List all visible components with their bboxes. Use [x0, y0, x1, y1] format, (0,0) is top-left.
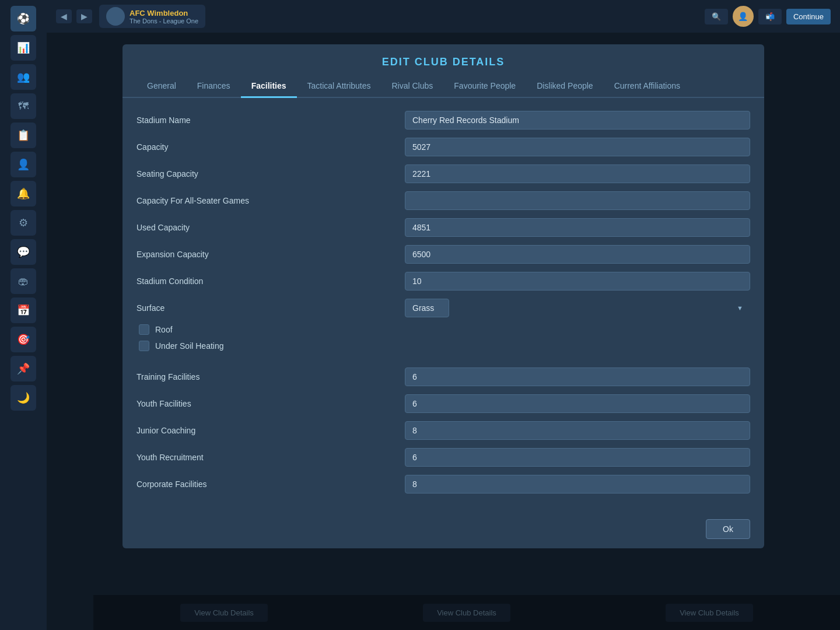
surface-select-wrapper: Grass Artificial Hybrid [405, 299, 750, 317]
sidebar-icon-stadium[interactable]: 🏟 [10, 268, 36, 294]
stadium-condition-row: Stadium Condition [136, 271, 750, 292]
sidebar-icon-calendar[interactable]: 📅 [10, 298, 36, 323]
seating-capacity-row: Seating Capacity [136, 163, 750, 184]
capacity-input[interactable] [405, 138, 750, 156]
stadium-name-input[interactable] [405, 111, 750, 130]
expansion-capacity-row: Expansion Capacity [136, 244, 750, 265]
stadium-condition-label: Stadium Condition [136, 276, 405, 286]
forward-button[interactable]: ▶ [76, 9, 92, 23]
surface-row: Surface Grass Artificial Hybrid [136, 298, 750, 318]
sidebar-icon-chat[interactable]: 💬 [10, 239, 36, 265]
capacity-row: Capacity [136, 136, 750, 158]
tab-facilities[interactable]: Facilities [241, 75, 297, 98]
undersoil-label: Under Soil Heating [155, 341, 224, 351]
sidebar-icon-night[interactable]: 🌙 [10, 385, 36, 411]
stadium-name-label: Stadium Name [136, 116, 405, 125]
capacity-label: Capacity [136, 142, 405, 152]
tab-tactical[interactable]: Tactical Attributes [297, 75, 382, 98]
undersoil-checkbox[interactable] [139, 341, 149, 351]
sidebar-icon-settings[interactable]: ⚙ [10, 210, 36, 236]
sidebar-icon-notifications[interactable]: 🔔 [10, 181, 36, 206]
expansion-capacity-input[interactable] [405, 245, 750, 264]
edit-club-modal: EDIT CLUB DETAILS General Finances Facil… [123, 44, 764, 548]
capacity-allseater-label: Capacity For All-Seater Games [136, 196, 405, 205]
surface-select[interactable]: Grass Artificial Hybrid [405, 299, 449, 317]
capacity-allseater-row: Capacity For All-Seater Games [136, 190, 750, 211]
roof-checkbox[interactable] [139, 324, 149, 335]
modal-title: EDIT CLUB DETAILS [136, 56, 750, 68]
corporate-facilities-label: Corporate Facilities [136, 480, 405, 489]
sidebar-icon-tactics[interactable]: 🗺 [10, 93, 36, 119]
sidebar-icon-home[interactable]: ⚽ [10, 6, 36, 32]
modal-header: EDIT CLUB DETAILS [123, 44, 764, 75]
surface-label: Surface [136, 303, 405, 313]
tab-favourite[interactable]: Favourite People [443, 75, 526, 98]
capacity-allseater-input[interactable] [405, 191, 750, 210]
modal-body: Stadium Name Capacity Seating Capacity C… [123, 98, 764, 512]
training-facilities-label: Training Facilities [136, 372, 405, 382]
undersoil-row: Under Soil Heating [136, 341, 750, 351]
user-avatar[interactable]: 👤 [733, 6, 754, 27]
junior-coaching-label: Junior Coaching [136, 426, 405, 435]
tab-disliked[interactable]: Disliked People [526, 75, 604, 98]
youth-recruitment-row: Youth Recruitment [136, 447, 750, 468]
tab-general[interactable]: General [136, 75, 187, 98]
tab-rival[interactable]: Rival Clubs [381, 75, 443, 98]
tab-bar: General Finances Facilities Tactical Att… [123, 75, 764, 98]
roof-label: Roof [155, 325, 173, 334]
modal-overlay: EDIT CLUB DETAILS General Finances Facil… [47, 33, 840, 630]
used-capacity-label: Used Capacity [136, 223, 405, 232]
sidebar-icon-squad[interactable]: 👥 [10, 64, 36, 90]
inbox-button[interactable]: 📬 [758, 9, 782, 24]
ok-button[interactable]: Ok [706, 519, 750, 539]
tab-affiliations[interactable]: Current Affiliations [604, 75, 691, 98]
stadium-name-row: Stadium Name [136, 110, 750, 131]
training-facilities-input[interactable] [405, 368, 750, 386]
youth-recruitment-label: Youth Recruitment [136, 453, 405, 462]
club-badge [106, 7, 125, 26]
main-content: EDIT CLUB DETAILS General Finances Facil… [47, 33, 840, 630]
sidebar-icon-schedule[interactable]: 📋 [10, 123, 36, 148]
seating-capacity-input[interactable] [405, 164, 750, 183]
youth-facilities-label: Youth Facilities [136, 399, 405, 408]
expansion-capacity-label: Expansion Capacity [136, 250, 405, 259]
modal-footer: Ok [123, 512, 764, 548]
youth-recruitment-input[interactable] [405, 448, 750, 467]
sidebar-icon-target[interactable]: 🎯 [10, 327, 36, 352]
sidebar-icon-stats[interactable]: 📊 [10, 35, 36, 61]
search-button[interactable]: 🔍 [705, 9, 728, 24]
club-subtitle: The Dons - League One [130, 18, 198, 24]
junior-coaching-input[interactable] [405, 421, 750, 440]
club-name: AFC Wimbledon [130, 9, 198, 18]
continue-button[interactable]: Continue [786, 9, 831, 24]
sidebar-icon-profile[interactable]: 👤 [10, 152, 36, 177]
stadium-condition-input[interactable] [405, 272, 750, 290]
training-facilities-row: Training Facilities [136, 366, 750, 387]
junior-coaching-row: Junior Coaching [136, 420, 750, 441]
tab-finances[interactable]: Finances [187, 75, 241, 98]
youth-facilities-input[interactable] [405, 394, 750, 413]
roof-row: Roof [136, 324, 750, 335]
used-capacity-row: Used Capacity [136, 217, 750, 238]
sidebar-icon-pin[interactable]: 📌 [10, 356, 36, 382]
topbar: ◀ ▶ AFC Wimbledon The Dons - League One … [47, 0, 840, 33]
used-capacity-input[interactable] [405, 218, 750, 237]
back-button[interactable]: ◀ [56, 9, 72, 23]
corporate-facilities-row: Corporate Facilities [136, 474, 750, 495]
sidebar: ⚽ 📊 👥 🗺 📋 👤 🔔 ⚙ 💬 🏟 📅 🎯 📌 🌙 [0, 0, 47, 630]
seating-capacity-label: Seating Capacity [136, 169, 405, 178]
club-info[interactable]: AFC Wimbledon The Dons - League One [99, 5, 205, 28]
youth-facilities-row: Youth Facilities [136, 393, 750, 414]
corporate-facilities-input[interactable] [405, 475, 750, 494]
